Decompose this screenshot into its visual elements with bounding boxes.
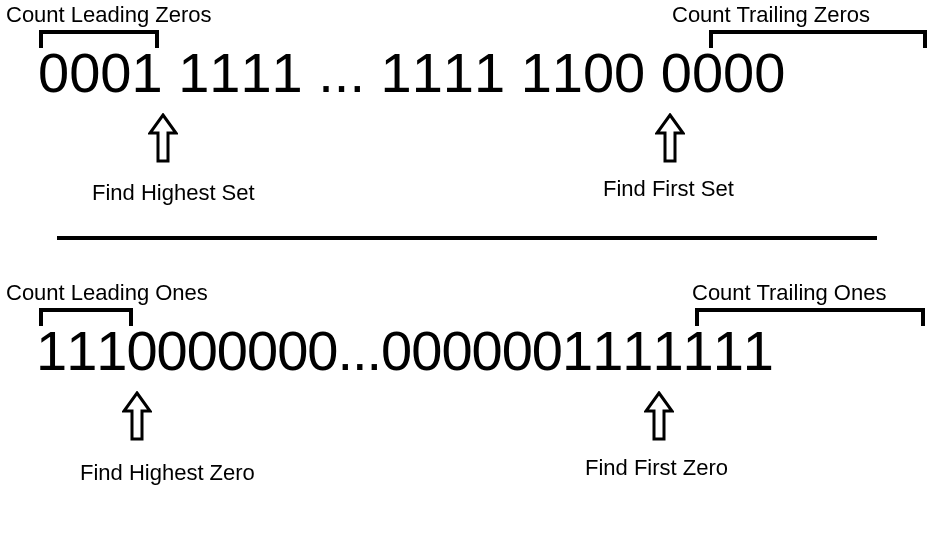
find-first-set-label: Find First Set [603,176,734,202]
arrow-first-set [655,113,685,163]
find-highest-zero-label: Find Highest Zero [80,460,255,486]
arrow-highest-zero [122,391,152,441]
bottom-bit-string: 1110000000...0000001111111 [36,318,773,383]
count-trailing-ones-label: Count Trailing Ones [692,280,886,306]
find-highest-set-label: Find Highest Set [92,180,255,206]
count-leading-zeros-label: Count Leading Zeros [6,2,211,28]
arrow-first-zero [644,391,674,441]
arrow-highest-set [148,113,178,163]
count-leading-ones-label: Count Leading Ones [6,280,208,306]
top-bit-string: 0001 1111 ... 1111 1100 0000 [38,40,785,105]
find-first-zero-label: Find First Zero [585,455,728,481]
count-trailing-zeros-label: Count Trailing Zeros [672,2,870,28]
section-divider [57,236,877,240]
